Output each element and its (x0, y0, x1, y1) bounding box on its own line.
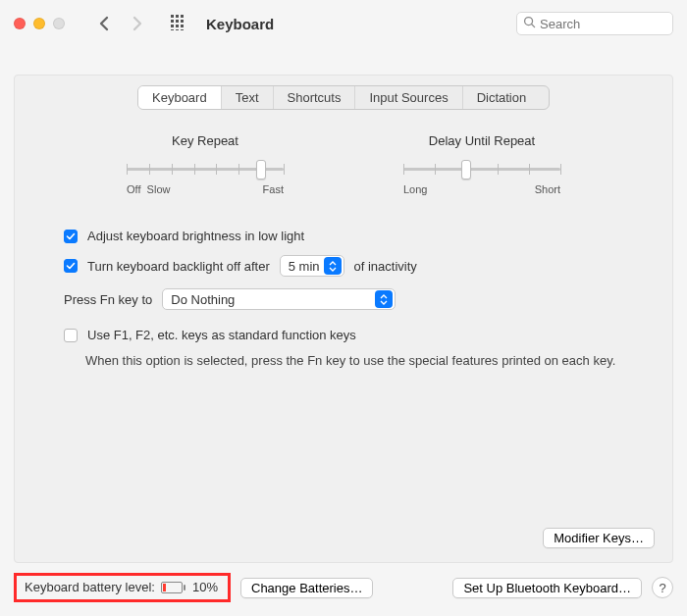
adjust-brightness-checkbox[interactable] (64, 230, 78, 243)
tab-keyboard[interactable]: Keyboard (138, 86, 222, 109)
search-field[interactable] (516, 12, 673, 35)
svg-line-13 (532, 25, 535, 27)
svg-rect-0 (171, 15, 174, 18)
select-stepper-icon (324, 257, 342, 275)
change-batteries-button[interactable]: Change Batteries… (240, 578, 373, 598)
fn-action-value: Do Nothing (171, 292, 235, 307)
tab-text[interactable]: Text (222, 86, 274, 109)
backlight-duration-select[interactable]: 5 min (280, 255, 344, 277)
nav-arrows (94, 13, 147, 34)
battery-icon (161, 582, 186, 593)
adjust-brightness-label: Adjust keyboard brightness in low light (87, 229, 304, 243)
sliders-section: Key Repeat Off SlowFast Delay Until Repe… (38, 133, 649, 195)
svg-rect-3 (171, 20, 174, 23)
battery-label: Keyboard battery level: (25, 580, 155, 594)
toolbar: Keyboard (0, 0, 687, 47)
svg-rect-5 (181, 20, 184, 23)
window-title: Keyboard (206, 16, 274, 32)
fn-key-label: Press Fn key to (64, 292, 152, 307)
scale-long: Long (403, 183, 427, 195)
svg-rect-9 (171, 29, 174, 30)
close-icon[interactable] (14, 18, 26, 29)
maximize-icon (53, 18, 65, 29)
window-controls (14, 18, 65, 29)
scale-off: Off (127, 183, 140, 195)
select-stepper-icon (375, 290, 393, 308)
backlight-off-label-post: of inactivity (354, 259, 417, 274)
scale-fast: Fast (263, 183, 284, 195)
minimize-icon[interactable] (33, 18, 45, 29)
svg-rect-10 (176, 29, 179, 30)
standard-fn-checkbox[interactable] (64, 329, 78, 342)
tab-input-sources[interactable]: Input Sources (355, 86, 462, 109)
options-section: Adjust keyboard brightness in low light … (38, 229, 649, 370)
battery-percent: 10% (192, 580, 218, 594)
battery-status: Keyboard battery level: 10% (14, 573, 231, 602)
delay-slider[interactable] (403, 158, 560, 181)
key-repeat-slider[interactable] (127, 158, 284, 181)
svg-rect-11 (181, 29, 184, 30)
key-repeat-label: Key Repeat (172, 133, 238, 148)
standard-fn-note: When this option is selected, press the … (85, 352, 623, 370)
key-repeat-group: Key Repeat Off SlowFast (97, 133, 313, 195)
svg-rect-4 (176, 20, 179, 23)
modifier-keys-button[interactable]: Modifier Keys… (543, 528, 655, 548)
standard-fn-label: Use F1, F2, etc. keys as standard functi… (87, 328, 356, 342)
scale-short: Short (535, 183, 560, 195)
svg-rect-8 (181, 25, 184, 27)
fn-action-select[interactable]: Do Nothing (162, 288, 396, 310)
scale-slow: Slow (147, 183, 171, 195)
backlight-duration-value: 5 min (289, 259, 320, 274)
svg-rect-7 (176, 25, 179, 27)
setup-bluetooth-button[interactable]: Set Up Bluetooth Keyboard… (452, 578, 642, 598)
help-button[interactable]: ? (652, 577, 673, 598)
svg-rect-6 (171, 25, 174, 27)
search-icon (523, 16, 536, 31)
back-button[interactable] (94, 13, 116, 34)
forward-button (126, 13, 147, 34)
tab-dictation[interactable]: Dictation (463, 86, 541, 109)
backlight-off-label-pre: Turn keyboard backlight off after (87, 259, 270, 274)
tabs: Keyboard Text Shortcuts Input Sources Di… (137, 85, 550, 110)
footer: Keyboard battery level: 10% Change Batte… (0, 563, 687, 602)
svg-rect-1 (176, 15, 179, 18)
search-input[interactable] (540, 17, 666, 31)
settings-panel: Keyboard Text Shortcuts Input Sources Di… (14, 75, 673, 563)
tab-shortcuts[interactable]: Shortcuts (274, 86, 356, 109)
delay-group: Delay Until Repeat LongShort (374, 133, 590, 195)
backlight-off-checkbox[interactable] (64, 259, 78, 273)
delay-label: Delay Until Repeat (429, 133, 535, 148)
svg-rect-2 (181, 15, 184, 18)
apps-grid-icon[interactable] (171, 15, 186, 33)
